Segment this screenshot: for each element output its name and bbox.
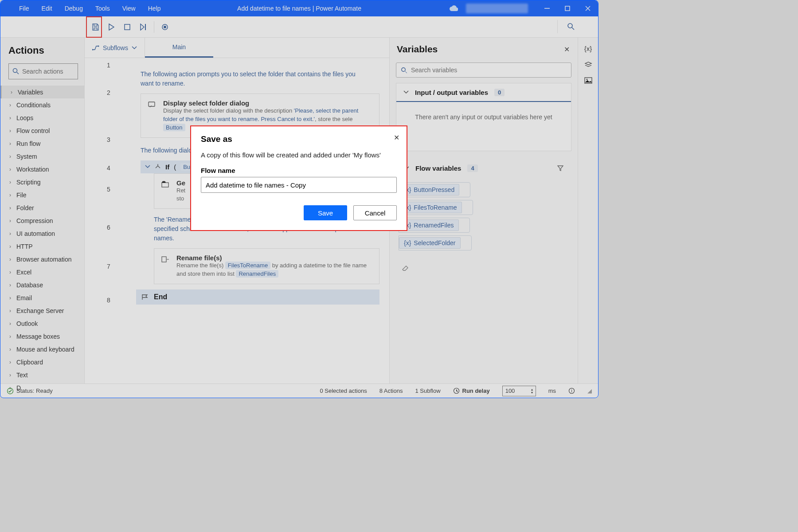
- chevron-right-icon: ›: [8, 321, 13, 327]
- category-text[interactable]: ›Text: [0, 368, 84, 381]
- io-empty-message: There aren't any input or output variabl…: [396, 102, 571, 132]
- run-delay-unit: ms: [548, 387, 556, 394]
- category-compression[interactable]: ›Compression: [0, 214, 84, 227]
- menu-tools[interactable]: Tools: [89, 1, 116, 16]
- tab-main[interactable]: Main: [145, 38, 213, 58]
- category-ui-automation[interactable]: ›UI automation: [0, 227, 84, 240]
- category-exchange-server[interactable]: ›Exchange Server: [0, 304, 84, 317]
- category-clipboard[interactable]: ›Clipboard: [0, 356, 84, 368]
- flow-variable-item[interactable]: {x}ButtonPressed: [399, 182, 569, 197]
- category-email[interactable]: ›Email: [0, 291, 84, 304]
- status-bar: Status: Ready 0 Selected actions 8 Actio…: [0, 383, 598, 398]
- category-mouse-keyboard[interactable]: ›Mouse and keyboard: [0, 343, 84, 356]
- step-end[interactable]: End: [136, 289, 379, 305]
- category-workstation[interactable]: ›Workstation: [0, 163, 84, 176]
- flow-comment[interactable]: The following action prompts you to sele…: [133, 66, 379, 94]
- category-scripting[interactable]: ›Scripting: [0, 176, 84, 188]
- images-rail-button[interactable]: [584, 77, 592, 84]
- save-dialog-button[interactable]: Save: [304, 205, 347, 220]
- variables-header: Variables ✕: [390, 38, 578, 57]
- subflows-label: Subflows: [103, 44, 128, 51]
- stop-button[interactable]: [119, 20, 135, 35]
- run-delay-input[interactable]: 100 ▴▾: [502, 386, 536, 396]
- resize-grip-icon[interactable]: ◢: [587, 387, 592, 394]
- menu-view[interactable]: View: [116, 1, 142, 16]
- menu-file[interactable]: File: [13, 1, 35, 16]
- svg-point-8: [98, 45, 99, 47]
- category-conditionals[interactable]: ›Conditionals: [0, 98, 84, 111]
- category-label: Excel: [16, 269, 31, 276]
- chevron-right-icon: ›: [8, 231, 13, 237]
- close-dialog-button[interactable]: ✕: [394, 133, 399, 142]
- category-browser-automation[interactable]: ›Browser automation: [0, 253, 84, 266]
- flow-name-input[interactable]: [201, 177, 397, 193]
- flow-variable-name: RenamedFiles: [414, 222, 454, 229]
- svg-rect-0: [544, 8, 550, 9]
- layers-rail-button[interactable]: [584, 61, 592, 68]
- actions-search-input[interactable]: Search actions: [8, 63, 78, 79]
- category-label: Exchange Server: [16, 307, 64, 314]
- category-flow-control[interactable]: ›Flow control: [0, 124, 84, 137]
- branch-icon: [155, 164, 161, 170]
- category-loops[interactable]: ›Loops: [0, 111, 84, 124]
- menu-bar: File Edit Debug Tools View Help: [0, 1, 167, 16]
- stepper-arrows[interactable]: ▴▾: [531, 388, 533, 394]
- flow-variable-item[interactable]: {x}RenamedFiles: [399, 218, 569, 233]
- svg-point-9: [92, 49, 94, 50]
- svg-point-6: [568, 23, 572, 28]
- toolbar-search-button[interactable]: [557, 20, 576, 33]
- step-button[interactable]: [135, 20, 151, 35]
- chevron-right-icon: ›: [8, 372, 13, 378]
- chevron-right-icon: ›: [9, 89, 14, 95]
- variables-search-input[interactable]: Search variables: [396, 63, 571, 78]
- add-io-variable-button[interactable]: [396, 132, 571, 151]
- close-variables-button[interactable]: ✕: [562, 44, 571, 54]
- info-button[interactable]: i: [568, 387, 575, 394]
- category-file[interactable]: ›File: [0, 188, 84, 201]
- menu-debug[interactable]: Debug: [59, 1, 89, 16]
- category-run-flow[interactable]: ›Run flow: [0, 137, 84, 150]
- category-excel[interactable]: ›Excel: [0, 266, 84, 278]
- minimize-button[interactable]: [537, 0, 557, 16]
- category-label: Workstation: [16, 166, 49, 173]
- subflows-dropdown[interactable]: Subflows: [85, 38, 145, 58]
- chevron-right-icon: ›: [8, 102, 13, 108]
- cancel-dialog-button[interactable]: Cancel: [353, 205, 397, 220]
- chevron-right-icon: ›: [8, 166, 13, 172]
- filter-icon[interactable]: [557, 165, 563, 171]
- flow-name-label: Flow name: [201, 167, 397, 174]
- clear-variables-button[interactable]: [390, 253, 578, 282]
- toolbar-actions: [85, 20, 173, 35]
- category-http[interactable]: ›HTTP: [0, 240, 84, 253]
- close-window-button[interactable]: [578, 0, 598, 16]
- category-label: Compression: [16, 217, 53, 224]
- category-label: Clipboard: [16, 359, 43, 366]
- record-button[interactable]: [157, 20, 173, 35]
- actions-category-list: ›Variables ›Conditionals ›Loops ›Flow co…: [0, 84, 84, 394]
- save-button[interactable]: [87, 20, 103, 35]
- run-button[interactable]: [103, 20, 119, 35]
- flow-variable-item[interactable]: {x}FilesToRename: [399, 200, 569, 215]
- category-label: Run flow: [16, 140, 40, 147]
- line-number: 7: [85, 259, 133, 293]
- flow-variable-item[interactable]: {x}SelectedFolder: [399, 235, 569, 250]
- category-outlook[interactable]: ›Outlook: [0, 317, 84, 330]
- category-variables[interactable]: ›Variables: [0, 86, 84, 98]
- variables-search-placeholder: Search variables: [411, 66, 457, 74]
- folder-icon: [161, 179, 170, 188]
- io-variables-header[interactable]: Input / output variables 0: [396, 83, 571, 102]
- variables-rail-button[interactable]: {x}: [584, 45, 592, 52]
- category-label: Conditionals: [16, 102, 51, 109]
- step-rename-files[interactable]: Rename file(s) Rename the file(s) FilesT…: [154, 248, 379, 284]
- chevron-right-icon: ›: [8, 128, 13, 134]
- title-bar: File Edit Debug Tools View Help Add date…: [0, 0, 598, 16]
- category-folder[interactable]: ›Folder: [0, 201, 84, 214]
- flow-variables-header[interactable]: Flow variables 4: [396, 158, 571, 178]
- line-number: 6: [85, 220, 133, 259]
- maximize-button[interactable]: [557, 0, 578, 16]
- category-database[interactable]: ›Database: [0, 278, 84, 291]
- category-system[interactable]: ›System: [0, 150, 84, 163]
- menu-edit[interactable]: Edit: [35, 1, 59, 16]
- menu-help[interactable]: Help: [142, 1, 167, 16]
- category-message-boxes[interactable]: ›Message boxes: [0, 330, 84, 343]
